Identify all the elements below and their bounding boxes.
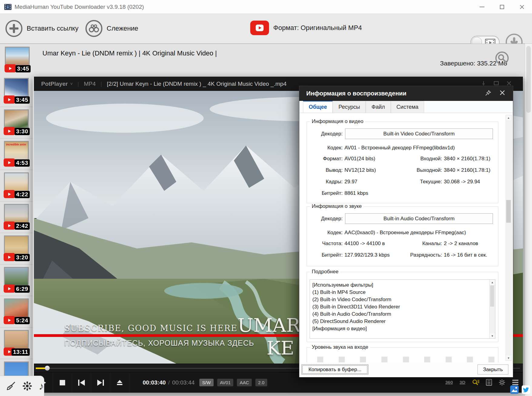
dialog-close-button[interactable]: Закрыть [477, 364, 508, 374]
close-button[interactable] [512, 0, 532, 14]
youtube-play-icon [4, 253, 15, 261]
stop-button[interactable] [53, 372, 72, 393]
details-legend: Подробнее [310, 269, 340, 275]
app-scrollbar-thumb[interactable] [526, 46, 531, 113]
pin-icon[interactable] [485, 90, 491, 96]
scroll-up-icon[interactable]: ▲ [490, 280, 495, 285]
playlist-icon[interactable] [486, 379, 492, 386]
video-info-group: Информация о видео Декодер: Built-in Vid… [307, 121, 498, 203]
photos-app-icon[interactable] [510, 385, 519, 394]
list-item[interactable]: 5:24 [0, 296, 33, 328]
taskbar-icons [510, 385, 530, 394]
settings-gear-icon[interactable] [22, 381, 32, 391]
potplayer-menu[interactable]: PotPlayer [41, 81, 68, 87]
codec-badges: S/W AV01 AAC 2.0 [199, 372, 267, 393]
video-decoder-button[interactable]: Built-in Video Codec/Transform [345, 128, 493, 139]
row-value: 16 -> 16 бит в сек. [444, 252, 487, 258]
listbox-scrollbar[interactable]: ▲ ▼ [489, 280, 495, 338]
tracking-button[interactable]: Слежение [85, 20, 138, 37]
row-label: Кадры: [307, 179, 343, 185]
list-item[interactable]: 6:29 [0, 264, 33, 296]
row-value: 3840 × 2160(1.78:1) [444, 167, 490, 173]
dialog-titlebar[interactable]: Информация о воспроизведении [299, 86, 513, 101]
dialog-scroll-thumb[interactable] [506, 200, 511, 223]
format-selector[interactable]: Формат: Оригинальный MP4 [250, 21, 362, 35]
dialog-close-icon[interactable] [500, 90, 505, 95]
playback-info-dialog: Информация о воспроизведении Общее Ресур… [299, 86, 513, 377]
twitter-icon[interactable] [522, 385, 530, 394]
download-row[interactable]: 3:45 Umar Keyn - Lie (DNDM remix ) | 4K … [0, 44, 525, 79]
duration-badge: 4:22 [15, 191, 30, 198]
duration-badge: 2:42 [15, 222, 30, 230]
list-item[interactable]: 3:20 [0, 233, 33, 265]
scroll-down-icon[interactable]: ▼ [506, 355, 511, 361]
audio-info-legend: Информация о звуке [310, 203, 364, 209]
list-item[interactable]: Incredible anim4:53 [0, 138, 33, 170]
tab-resources[interactable]: Ресурсы [333, 101, 366, 113]
divider: | [101, 81, 102, 87]
audio-info-group: Информация о звуке Декодер: Built-in Aud… [307, 206, 498, 266]
scroll-down-icon[interactable]: ▼ [490, 333, 495, 338]
filter-line: (4) Built-in Audio Codec/Transform [310, 311, 495, 318]
row-label: Текущие: [398, 179, 442, 185]
row-label: Битрейт: [307, 252, 343, 258]
row-value: NV12(12 bits) [344, 167, 376, 173]
seek-knob[interactable] [45, 366, 50, 371]
view-3d-icon[interactable]: 3D [460, 380, 465, 385]
eject-button[interactable] [110, 372, 129, 393]
youtube-play-icon [4, 127, 15, 135]
scene-search-icon[interactable] [472, 379, 479, 386]
youtube-icon [250, 21, 269, 35]
mediahuman-window: MediaHuman YouTube Downloader v3.9.18 (0… [0, 0, 532, 396]
list-item[interactable]: 4:22 [0, 170, 33, 201]
view-360-icon[interactable]: 360 [445, 380, 453, 385]
scroll-up-icon[interactable]: ▲ [506, 115, 511, 120]
audio-decoder-button[interactable]: Built-in Audio Codec/Transform [345, 213, 493, 224]
dialog-body: Информация о видео Декодер: Built-in Vid… [299, 113, 506, 362]
list-item[interactable]: 13:11 [0, 327, 33, 359]
settings-icon[interactable] [499, 379, 505, 386]
list-item[interactable]: 3:45 [0, 75, 33, 107]
cleanup-icon[interactable] [6, 381, 16, 391]
audio-codec-value: AAC(0xaac0) - Встроенные декодеры FFmpeg… [344, 230, 466, 236]
duration-badge: 3:30 [15, 128, 30, 135]
window-titlebar: MediaHuman YouTube Downloader v3.9.18 (0… [0, 0, 532, 14]
duration-badge: 3:20 [15, 254, 30, 261]
menu-icon[interactable] [512, 380, 519, 385]
pin-window-icon[interactable] [481, 81, 486, 86]
player-close-icon[interactable] [507, 81, 511, 86]
tab-file[interactable]: Файл [366, 101, 391, 113]
binoculars-icon [85, 20, 102, 37]
row-value: 3840 × 2160(1.78:1) [444, 156, 490, 162]
copy-to-clipboard-button[interactable]: Копировать в буфер... [301, 364, 368, 374]
video-codec-badge: AV01 [217, 379, 234, 386]
next-button[interactable] [91, 372, 110, 393]
row-label: Входной: [398, 156, 442, 162]
filters-listbox[interactable]: [Используемые фильтры] (1) Built-in MP4 … [310, 279, 495, 339]
decoder-label: Декодер: [307, 216, 343, 222]
duration-badge: 3:45 [15, 65, 31, 72]
row-value: 127.992/129.3 kbps [344, 252, 390, 258]
tab-system[interactable]: Система [391, 101, 424, 113]
video-thumbnail: 3:45 [5, 47, 30, 72]
minimize-button[interactable] [472, 0, 492, 14]
dialog-scrollbar[interactable]: ▲ ▼ [506, 115, 512, 361]
inspect-icon[interactable] [495, 51, 509, 66]
listbox-scroll-thumb[interactable] [490, 285, 494, 307]
input-level-legend: Уровень звука на входе [310, 344, 370, 350]
screen-icon[interactable] [494, 81, 499, 86]
previous-button[interactable] [72, 372, 91, 393]
video-caption-ru: ПОДПИСЫВАЙТЕСЬ, ХОРОШАЯ МУЗЫКА ЗДЕСЬ [64, 339, 254, 348]
maximize-button[interactable] [492, 0, 512, 14]
list-item[interactable]: 3:30 [0, 107, 33, 138]
download-title: Umar Keyn - Lie (DNDM remix ) | 4K Origi… [42, 49, 217, 57]
list-item[interactable]: 2:42 [0, 201, 33, 233]
dialog-tabs: Общее Ресурсы Файл Система [299, 101, 513, 113]
youtube-play-icon [4, 158, 15, 167]
tab-general[interactable]: Общее [303, 101, 333, 113]
channels-badge: 2.0 [255, 379, 267, 386]
paste-link-button[interactable]: Вставить ссылку [5, 20, 78, 37]
music-note-icon[interactable]: ♪ [39, 381, 44, 391]
duration-badge: 6:29 [15, 285, 30, 293]
app-scrollbar[interactable] [525, 44, 532, 396]
